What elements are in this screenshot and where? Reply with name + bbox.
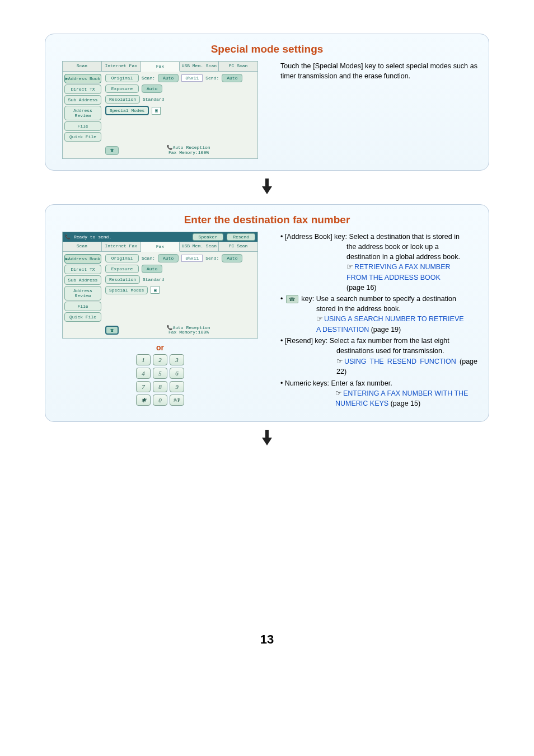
tab-pc-scan[interactable]: PC Scan bbox=[219, 62, 257, 71]
tab-fax[interactable]: Fax bbox=[141, 62, 180, 72]
btn-resolution[interactable]: Resolution bbox=[105, 95, 140, 104]
or-label: or bbox=[57, 343, 264, 352]
section2-title: Enter the destination fax number bbox=[57, 214, 477, 226]
val-send-auto[interactable]: Auto bbox=[222, 254, 242, 262]
btn-resolution[interactable]: Resolution bbox=[105, 275, 140, 284]
numeric-keypad: 1 2 3 4 5 6 7 8 9 ✱ 0 #/P bbox=[57, 354, 264, 406]
btn-original[interactable]: Original bbox=[105, 74, 139, 82]
tab-pc-scan[interactable]: PC Scan bbox=[219, 242, 257, 251]
key-0[interactable]: 0 bbox=[153, 395, 167, 406]
down-arrow-icon bbox=[45, 179, 489, 196]
item-search-key: ☎ key: Use a search number to specify a … bbox=[280, 294, 477, 335]
quick-dial-icon: ☎ bbox=[286, 295, 298, 303]
special-modes-icon: ▣ bbox=[152, 107, 161, 115]
side-file[interactable]: File bbox=[64, 302, 101, 311]
quick-dial-icon[interactable]: ☎ bbox=[105, 326, 119, 335]
down-arrow-icon bbox=[45, 430, 489, 448]
section1-description: Touch the [Special Modes] key to select … bbox=[280, 61, 477, 81]
side-quick-file[interactable]: Quick File bbox=[64, 132, 101, 142]
val-send-auto[interactable]: Auto bbox=[222, 74, 242, 82]
side-sub-address[interactable]: Sub Address bbox=[64, 275, 101, 285]
footer-text: 📞Auto ReceptionFax Memory:100% bbox=[123, 145, 254, 156]
pointer-icon: ☞ bbox=[335, 389, 342, 397]
speaker-button[interactable]: Speaker bbox=[193, 233, 224, 241]
item-resend-key: [Resend] key: Select a fax number from t… bbox=[280, 336, 477, 377]
side-address-book[interactable]: ▶Address Book bbox=[64, 74, 101, 83]
val-exposure-auto[interactable]: Auto bbox=[142, 265, 162, 273]
side-sub-address[interactable]: Sub Address bbox=[64, 95, 101, 105]
btn-special-modes[interactable]: Special Modes bbox=[105, 106, 149, 115]
section-enter-destination: Enter the destination fax number 📞 Ready… bbox=[45, 204, 489, 422]
key-4[interactable]: 4 bbox=[136, 368, 151, 379]
tab-scan[interactable]: Scan bbox=[63, 62, 102, 71]
key-7[interactable]: 7 bbox=[136, 381, 151, 392]
resend-button[interactable]: Resend bbox=[227, 233, 255, 241]
link-resend-function[interactable]: USING THE RESEND FUNCTION bbox=[344, 358, 456, 365]
item-address-book: [Address Book] key: Select a destination… bbox=[280, 232, 477, 293]
key-3[interactable]: 3 bbox=[170, 354, 184, 365]
side-address-review[interactable]: Address Review bbox=[64, 286, 101, 300]
btn-exposure[interactable]: Exposure bbox=[105, 84, 139, 93]
side-quick-file[interactable]: Quick File bbox=[64, 312, 101, 322]
pointer-icon: ☞ bbox=[336, 357, 343, 365]
section-special-modes: Special mode settings Scan Internet Fax … bbox=[45, 34, 489, 171]
val-size: 8½x11 bbox=[181, 255, 203, 262]
key-6[interactable]: 6 bbox=[170, 368, 184, 379]
footer-text: 📞Auto ReceptionFax Memory:100% bbox=[123, 326, 254, 336]
tab-usb-scan[interactable]: USB Mem. Scan bbox=[180, 242, 219, 251]
pointer-icon: ☞ bbox=[346, 262, 353, 271]
btn-original[interactable]: Original bbox=[105, 254, 139, 262]
key-5[interactable]: 5 bbox=[153, 368, 167, 379]
device-screen-1: Scan Internet Fax Fax USB Mem. Scan PC S… bbox=[62, 61, 258, 159]
link-search-number[interactable]: USING A SEARCH NUMBER TO RETRIEVE bbox=[324, 315, 464, 323]
val-scan-auto[interactable]: Auto bbox=[158, 74, 179, 82]
key-1[interactable]: 1 bbox=[136, 354, 151, 365]
val-exposure-auto[interactable]: Auto bbox=[142, 84, 162, 93]
tab-internet-fax[interactable]: Internet Fax bbox=[102, 62, 141, 71]
item-numeric-keys: Numeric keys: Enter a fax number. ☞ENTER… bbox=[280, 378, 477, 409]
tab-internet-fax[interactable]: Internet Fax bbox=[102, 242, 141, 251]
section1-title: Special mode settings bbox=[57, 43, 477, 55]
link-a-destination[interactable]: A DESTINATION bbox=[316, 326, 369, 334]
tab-fax[interactable]: Fax bbox=[141, 242, 180, 252]
side-direct-tx[interactable]: Direct TX bbox=[64, 84, 101, 94]
link-from-address-book[interactable]: FROM THE ADDRESS BOOK bbox=[346, 274, 441, 281]
tab-usb-scan[interactable]: USB Mem. Scan bbox=[180, 62, 219, 71]
side-file[interactable]: File bbox=[64, 121, 101, 131]
special-modes-icon: ▣ bbox=[151, 286, 160, 294]
key-hash[interactable]: #/P bbox=[170, 395, 184, 406]
side-direct-tx[interactable]: Direct TX bbox=[64, 265, 101, 274]
val-scan-auto[interactable]: Auto bbox=[158, 254, 179, 262]
key-2[interactable]: 2 bbox=[153, 354, 167, 365]
val-size: 8½x11 bbox=[181, 74, 203, 82]
link-numeric-keys[interactable]: NUMERIC KEYS bbox=[335, 400, 388, 407]
device-screen-2: 📞 Ready to send. Speaker Resend Scan Int… bbox=[62, 232, 258, 339]
btn-special-modes[interactable]: Special Modes bbox=[105, 286, 148, 294]
link-enter-fax-numeric[interactable]: ENTERING A FAX NUMBER WITH THE bbox=[343, 389, 468, 397]
page-number: 13 bbox=[45, 632, 489, 647]
phone-icon: 📞 bbox=[65, 234, 71, 240]
pointer-icon: ☞ bbox=[316, 314, 323, 323]
btn-exposure[interactable]: Exposure bbox=[105, 265, 139, 273]
side-address-review[interactable]: Address Review bbox=[64, 106, 101, 120]
key-9[interactable]: 9 bbox=[170, 381, 184, 392]
link-retrieve-fax[interactable]: RETRIEVING A FAX NUMBER bbox=[354, 263, 451, 271]
key-8[interactable]: 8 bbox=[153, 381, 167, 392]
quick-dial-icon[interactable]: ☎ bbox=[105, 146, 119, 155]
status-ready: Ready to send. bbox=[74, 234, 189, 240]
key-star[interactable]: ✱ bbox=[136, 395, 151, 406]
side-address-book[interactable]: ▶Address Book bbox=[64, 254, 101, 264]
tab-scan[interactable]: Scan bbox=[63, 242, 102, 251]
